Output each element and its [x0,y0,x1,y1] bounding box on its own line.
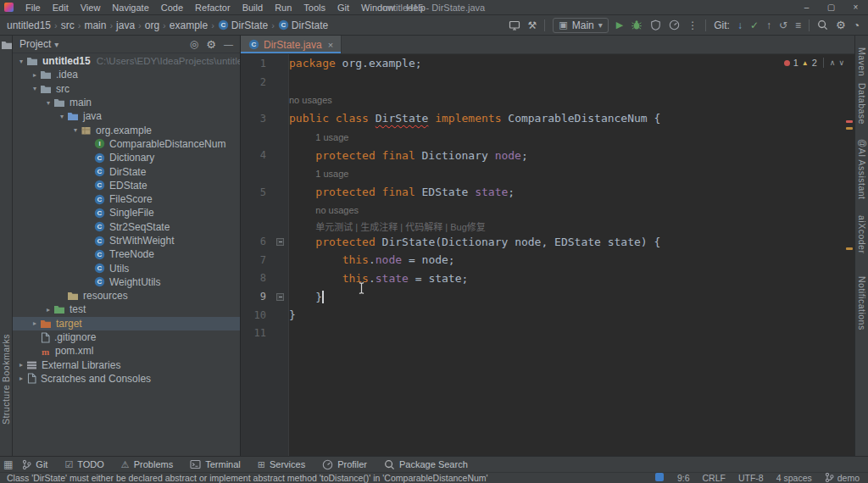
close-button[interactable]: × [843,0,868,14]
code-editor[interactable]: 1package org.example;2no usages3public c… [241,54,854,456]
build-hammer-icon[interactable]: ⚒ [528,20,537,31]
tree-item-pom-xml[interactable]: mpom.xml [13,344,240,358]
menu-build[interactable]: Build [236,3,269,13]
menu-edit[interactable]: Edit [47,3,75,13]
tree-chevron-icon[interactable]: ▸ [43,306,53,314]
project-stripe-icon[interactable] [1,40,13,50]
close-icon[interactable]: × [328,40,333,50]
tool-window-button-services[interactable]: ⊞Services [250,459,313,469]
tree-item-external-libraries[interactable]: ▸External Libraries [13,358,240,372]
breadcrumb-item-untitled15[interactable]: untitled15 [7,19,51,31]
tree-item-src[interactable]: ▾src [13,82,240,96]
tree-chevron-icon[interactable]: ▸ [30,319,40,327]
tool-window-button-package-search[interactable]: Package Search [376,459,476,470]
profiler-icon[interactable] [669,19,680,31]
tool-stripe-bookmarks[interactable]: Bookmarks [1,334,11,382]
coverage-icon[interactable] [650,19,661,31]
tool-window-button-todo[interactable]: ☑TODO [57,459,111,469]
tree-item-idea[interactable]: ▸.idea [13,68,240,81]
tree-item-resources[interactable]: resources [13,289,240,303]
breadcrumb-item-java[interactable]: java [116,19,135,31]
tree-item-test[interactable]: ▸test [13,303,240,316]
tool-stripe-database[interactable]: Database [857,83,867,125]
breadcrumb-item-dirstate[interactable]: DirState [231,19,268,31]
tool-window-switcher-icon[interactable]: ▦ [3,459,13,469]
tree-chevron-icon[interactable]: ▸ [16,375,26,382]
tree-item-filescore[interactable]: CFileScore [13,192,240,206]
tree-item-target[interactable]: ▸target [13,317,240,330]
tool-window-button-profiler[interactable]: Profiler [314,459,375,470]
tree-item-strwithweight[interactable]: CStrWithWeight [13,234,240,247]
project-panel-title[interactable]: Project [19,38,51,50]
tree-chevron-icon[interactable]: ▾ [57,113,67,120]
tree-item-treenode[interactable]: CTreeNode [13,247,240,261]
tool-window-button-git[interactable]: Git [14,459,55,470]
locate-file-icon[interactable]: ◎ [190,39,198,49]
breadcrumb-item-main[interactable]: main [84,19,106,31]
debug-icon[interactable] [631,19,643,31]
breadcrumb-item-example[interactable]: example [170,19,208,31]
tree-item-comparabledistancenum[interactable]: IComparableDistanceNum [13,137,240,151]
tree-item-main[interactable]: ▾main [13,96,240,109]
vcs-rollback-icon[interactable]: ↺ [779,20,787,31]
tree-chevron-icon[interactable]: ▾ [43,99,53,107]
tree-item-org-example[interactable]: ▾org.example [13,123,240,136]
more-actions-icon[interactable]: ⋮ [687,20,698,31]
tree-item-edstate[interactable]: CEDState [13,179,240,192]
line-separator[interactable]: CRLF [703,473,726,483]
warning-stripe-mark[interactable] [846,127,853,130]
monitor-icon[interactable] [509,20,520,31]
prev-issue-icon[interactable]: ∧ [830,58,836,67]
vcs-push-icon[interactable]: ↑ [766,20,771,31]
plugin-status-icon[interactable] [654,472,665,482]
menu-tools[interactable]: Tools [298,3,331,13]
run-config-selector[interactable]: ▣Main▾ [553,18,608,33]
menu-code[interactable]: Code [155,3,189,13]
menu-navigate[interactable]: Navigate [106,3,154,13]
minimize-button[interactable]: – [794,0,819,14]
indent-style[interactable]: 4 spaces [776,473,812,483]
tree-item-str2seqstate[interactable]: CStr2SeqState [13,220,240,234]
vcs-commit-icon[interactable]: ✓ [750,20,759,31]
tree-item-utils[interactable]: CUtils [13,261,240,275]
inspections-widget[interactable]: 1 ▲ 2 ∧ ∨ [784,58,844,68]
tree-item-dictionary[interactable]: CDictionary [13,151,240,164]
status-plugin-widget[interactable] [654,472,665,483]
settings-icon[interactable]: ⚙ [836,19,846,31]
menu-refactor[interactable]: Refactor [189,3,236,13]
tool-stripe-ai-assistant[interactable]: @AI Assistant [857,139,867,200]
tree-item-singlefile[interactable]: CSingleFile [13,206,240,219]
caret-position[interactable]: 9:6 [677,473,690,483]
tool-window-button-problems[interactable]: ⚠Problems [114,459,181,469]
tool-stripe-aixcoder[interactable]: aiXcoder [857,215,867,253]
menu-git[interactable]: Git [331,3,355,13]
hide-panel-icon[interactable]: — [224,40,233,49]
warning-stripe-mark[interactable] [846,247,853,250]
run-icon[interactable]: ▶ [616,20,623,30]
recent-icon[interactable]: ◔ [854,20,860,31]
tool-stripe-notifications[interactable]: Notifications [857,276,867,330]
tree-item-gitignore[interactable]: .gitignore [13,330,240,344]
tree-item-scratches-and-consoles[interactable]: ▸Scratches and Consoles [13,372,240,386]
git-branch[interactable]: demo [825,472,860,483]
menu-file[interactable]: File [19,3,47,13]
tree-item-untitled15[interactable]: ▾untitled15C:\Users\EDY\IdeaProjects\unt… [13,54,240,68]
tool-window-button-terminal[interactable]: Terminal [182,459,248,469]
error-stripe-mark[interactable] [846,120,853,123]
breadcrumb-item-dirstate[interactable]: DirState [292,19,328,31]
tree-item-dirstate[interactable]: CDirState [13,164,240,178]
tab-dirstate-java[interactable]: C DirState.java × [241,36,342,53]
next-issue-icon[interactable]: ∨ [838,58,844,67]
search-everywhere-icon[interactable] [817,19,828,31]
tool-stripe-structure[interactable]: Structure [1,385,11,425]
tree-chevron-icon[interactable]: ▾ [70,126,81,134]
project-view-dropdown[interactable]: ▾ [54,38,58,50]
vcs-update-icon[interactable]: ↓ [737,20,743,31]
tree-chevron-icon[interactable]: ▸ [30,71,40,79]
restore-button[interactable]: ▢ [819,0,843,14]
breadcrumb-item-org[interactable]: org [145,19,159,31]
tree-chevron-icon[interactable]: ▾ [16,58,26,65]
fold-marker-icon[interactable] [276,238,284,246]
tool-stripe-maven[interactable]: Maven [857,47,867,76]
file-encoding[interactable]: UTF-8 [738,473,764,483]
